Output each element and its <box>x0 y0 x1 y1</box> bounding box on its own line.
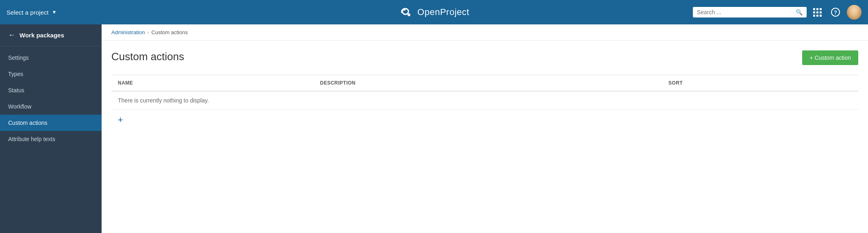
custom-actions-table: NAME DESCRIPTION SORT There is currently… <box>111 75 858 130</box>
logo: OpenProject <box>399 7 469 18</box>
sidebar-item-attribute-help-texts-link[interactable]: Attribute help texts <box>0 131 102 147</box>
back-arrow-icon: ← <box>8 31 15 39</box>
help-icon: ? <box>831 7 840 17</box>
sidebar-item-attribute-help-texts[interactable]: Attribute help texts <box>0 131 102 147</box>
avatar-image <box>847 5 861 20</box>
sidebar-item-custom-actions[interactable]: Custom actions <box>0 115 102 131</box>
breadcrumb: Administration › Custom actions <box>102 24 868 41</box>
project-selector[interactable]: Select a project ▼ <box>7 9 56 16</box>
svg-text:?: ? <box>834 9 837 15</box>
column-description: DESCRIPTION <box>313 75 662 91</box>
content-area: Custom actions + Custom action NAME DESC… <box>102 41 868 140</box>
topbar: Select a project ▼ OpenProject 🔍 ? <box>0 0 868 24</box>
sidebar: ← Work packages Settings Types Status Wo… <box>0 24 102 233</box>
topbar-actions: 🔍 ? <box>693 5 861 20</box>
project-selector-label: Select a project <box>7 9 48 16</box>
add-inline-button[interactable]: + <box>118 115 123 124</box>
user-avatar[interactable] <box>847 5 861 20</box>
add-row-cell-desc <box>313 110 662 131</box>
page-title: Custom actions <box>111 50 184 63</box>
search-box[interactable]: 🔍 <box>693 7 807 17</box>
sidebar-section-title: Work packages <box>20 32 64 39</box>
sidebar-item-types-link[interactable]: Types <box>0 66 102 82</box>
content-header: Custom actions + Custom action <box>111 50 858 65</box>
add-custom-action-button[interactable]: + Custom action <box>802 50 858 65</box>
openproject-logo-icon <box>399 7 413 18</box>
sidebar-back-button[interactable]: ← Work packages <box>0 24 102 46</box>
column-name: NAME <box>111 75 313 91</box>
breadcrumb-parent-link[interactable]: Administration <box>111 29 145 35</box>
sidebar-item-workflow[interactable]: Workflow <box>0 98 102 115</box>
waffle-icon <box>813 8 822 17</box>
table-body: There is currently nothing to display. + <box>111 91 858 130</box>
sidebar-item-status-link[interactable]: Status <box>0 82 102 98</box>
column-sort: SORT <box>662 75 858 91</box>
table-add-row: + <box>111 110 858 131</box>
sidebar-nav: Settings Types Status Workflow Custom ac… <box>0 46 102 150</box>
sidebar-item-status[interactable]: Status <box>0 82 102 98</box>
breadcrumb-current: Custom actions <box>151 29 188 35</box>
table-header-row: NAME DESCRIPTION SORT <box>111 75 858 91</box>
add-row-cell: + <box>111 110 313 131</box>
waffle-menu-button[interactable] <box>811 7 824 18</box>
logo-text: OpenProject <box>417 7 469 17</box>
main-content: Administration › Custom actions Custom a… <box>102 24 868 233</box>
svg-point-0 <box>408 13 410 16</box>
search-input[interactable] <box>697 9 792 15</box>
add-row-cell-sort <box>662 110 858 131</box>
help-button[interactable]: ? <box>828 6 843 19</box>
search-icon[interactable]: 🔍 <box>796 9 803 15</box>
main-layout: ← Work packages Settings Types Status Wo… <box>0 24 868 233</box>
chevron-down-icon: ▼ <box>52 9 56 15</box>
sidebar-item-workflow-link[interactable]: Workflow <box>0 98 102 115</box>
table-header: NAME DESCRIPTION SORT <box>111 75 858 91</box>
sidebar-item-settings[interactable]: Settings <box>0 50 102 66</box>
empty-message: There is currently nothing to display. <box>111 91 858 110</box>
sidebar-item-custom-actions-link[interactable]: Custom actions <box>0 115 102 131</box>
table-empty-row: There is currently nothing to display. <box>111 91 858 110</box>
sidebar-item-settings-link[interactable]: Settings <box>0 50 102 66</box>
breadcrumb-separator-icon: › <box>147 30 149 35</box>
sidebar-item-types[interactable]: Types <box>0 66 102 82</box>
